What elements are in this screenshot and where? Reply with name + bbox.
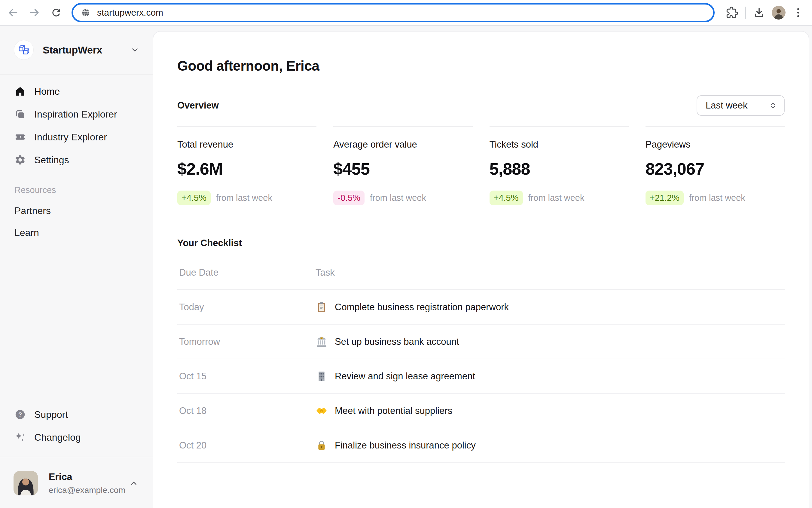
back-arrow-icon [7, 7, 18, 18]
sidebar-resource-item[interactable]: Learn [0, 222, 153, 244]
metric-delta-badge: -0.5% [333, 190, 365, 205]
gear-icon [14, 154, 26, 166]
metric-card: Pageviews 823,067 +21.2% from last week [645, 126, 785, 205]
extensions-icon [726, 7, 738, 18]
nav-item-label: Settings [34, 155, 69, 166]
task-due-date: Oct 15 [179, 371, 316, 382]
browser-reload-button[interactable] [47, 4, 65, 22]
metric-delta-suffix: from last week [528, 193, 585, 203]
overview-section-title: Overview [177, 100, 219, 111]
handshake-icon [316, 405, 327, 417]
metric-value: $2.6M [177, 159, 316, 178]
question-icon [14, 409, 26, 420]
metric-value: 823,067 [645, 159, 785, 178]
metric-delta-suffix: from last week [689, 193, 745, 203]
sidebar-nav-item[interactable]: Industry Explorer [0, 126, 153, 149]
sidebar-footer-item[interactable]: Support [0, 403, 153, 426]
browser-profile-avatar[interactable] [772, 6, 785, 19]
menu-dots-icon [792, 7, 804, 18]
task-label: Review and sign lease agreement [335, 371, 475, 382]
metric-delta-suffix: from last week [216, 193, 272, 203]
resource-item-label: Learn [14, 227, 39, 238]
sidebar-resource-item[interactable]: Partners [0, 200, 153, 222]
metric-card: Total revenue $2.6M +4.5% from last week [177, 126, 316, 205]
ticket-icon [14, 131, 26, 143]
home-icon [14, 86, 26, 97]
footer-item-label: Support [34, 409, 68, 420]
workspace-name: StartupWerx [43, 44, 102, 56]
checklist-row[interactable]: Oct 20 Finalize business insurance polic… [177, 428, 785, 463]
metric-label: Total revenue [177, 139, 316, 150]
metric-label: Average order value [333, 139, 472, 150]
task-label: Set up business bank account [335, 336, 459, 347]
metric-delta-badge: +21.2% [645, 190, 684, 205]
user-email: erica@example.com [49, 485, 126, 495]
sidebar-nav-item[interactable]: Settings [0, 149, 153, 171]
checklist-section-title: Your Checklist [177, 238, 785, 249]
browser-back-button[interactable] [4, 4, 21, 22]
task-due-date: Tomorrow [179, 336, 316, 347]
checklist-row[interactable]: Today Complete business registration pap… [177, 290, 785, 325]
downloads-button[interactable] [751, 4, 768, 21]
lock-icon [316, 439, 327, 452]
select-updown-icon [768, 101, 777, 110]
browser-toolbar: startupwerx.com [0, 0, 812, 26]
nav-item-label: Home [34, 86, 60, 97]
checklist-row[interactable]: Tomorrow Set up business bank account [177, 325, 785, 359]
page-title: Good afternoon, Erica [177, 57, 785, 74]
column-header-task: Task [316, 267, 783, 278]
clipboard-icon [316, 301, 327, 313]
chevron-down-icon[interactable] [130, 45, 139, 54]
browser-forward-button[interactable] [26, 4, 43, 22]
sparkles-icon [14, 432, 26, 443]
download-icon [753, 7, 765, 18]
metric-value: $455 [333, 159, 472, 178]
user-avatar-icon [13, 471, 38, 495]
period-select-value: Last week [706, 100, 748, 111]
metrics-grid: Total revenue $2.6M +4.5% from last week… [177, 126, 785, 205]
user-name: Erica [49, 471, 126, 482]
resource-item-label: Partners [14, 205, 51, 216]
browser-menu-button[interactable] [790, 4, 807, 21]
workspace-logo [14, 40, 34, 60]
checklist-row[interactable]: Oct 15 Review and sign lease agreement [177, 359, 785, 394]
address-bar[interactable]: startupwerx.com [72, 3, 715, 22]
sidebar: StartupWerx Home Inspiration Explorer In… [0, 26, 153, 508]
metric-label: Pageviews [645, 139, 785, 150]
workspace-switcher[interactable]: StartupWerx [0, 26, 153, 74]
profile-avatar-icon [772, 6, 785, 19]
sidebar-footer-item[interactable]: Changelog [0, 426, 153, 449]
metric-card: Tickets sold 5,888 +4.5% from last week [490, 126, 629, 205]
sidebar-nav-item[interactable]: Inspiration Explorer [0, 103, 153, 126]
user-avatar [13, 471, 38, 495]
reload-icon [50, 7, 62, 18]
metric-label: Tickets sold [490, 139, 629, 150]
task-due-date: Today [179, 302, 316, 312]
checklist-table-header: Due Date Task [177, 265, 785, 290]
copy-icon [14, 109, 26, 120]
task-label: Meet with potential suppliers [335, 406, 452, 416]
nav-item-label: Inspiration Explorer [34, 109, 117, 120]
main-content: Good afternoon, Erica Overview Last week… [153, 31, 809, 508]
footer-item-label: Changelog [34, 432, 81, 443]
extensions-button[interactable] [724, 4, 740, 21]
toolbar-divider [745, 7, 746, 18]
checklist-rows: Today Complete business registration pap… [177, 290, 785, 463]
url-text[interactable]: startupwerx.com [97, 7, 163, 18]
metric-delta-badge: +4.5% [490, 190, 523, 205]
user-profile-menu[interactable]: Erica erica@example.com [0, 457, 153, 508]
nav-item-label: Industry Explorer [34, 132, 107, 143]
metric-value: 5,888 [490, 159, 629, 178]
primary-nav: Home Inspiration Explorer Industry Explo… [0, 75, 153, 171]
checklist-row[interactable]: Oct 18 Meet with potential suppliers [177, 394, 785, 428]
office-building-icon [316, 370, 327, 382]
period-select[interactable]: Last week [696, 95, 785, 116]
task-label: Finalize business insurance policy [335, 440, 476, 451]
metric-delta-suffix: from last week [370, 193, 426, 203]
chevron-up-icon[interactable] [129, 479, 138, 488]
resources-nav: Partners Learn [0, 200, 153, 244]
cubes-logo-icon [17, 43, 30, 56]
sidebar-nav-item[interactable]: Home [0, 80, 153, 103]
resources-section-label: Resources [0, 171, 153, 200]
globe-icon [81, 8, 90, 17]
